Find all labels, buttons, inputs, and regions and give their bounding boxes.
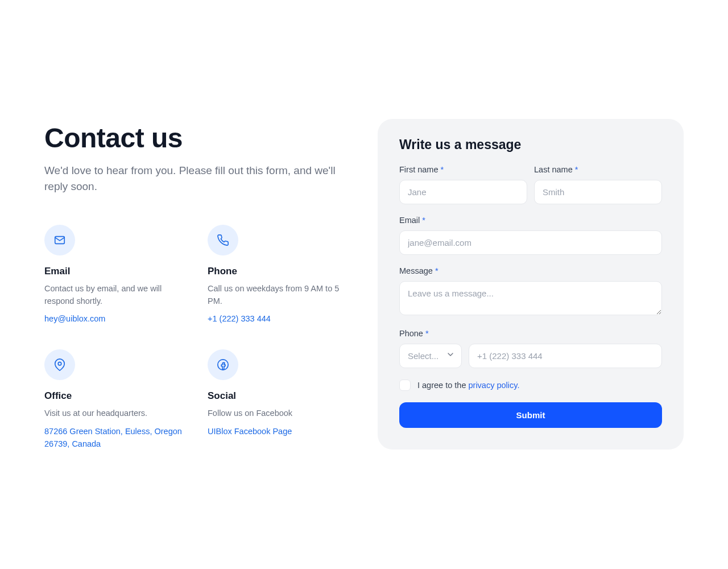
page-title: Contact us (44, 122, 350, 154)
country-code-select[interactable]: Select... (399, 344, 462, 368)
info-email-link[interactable]: hey@uiblox.com (44, 313, 187, 325)
info-office-title: Office (44, 390, 187, 402)
email-icon (44, 225, 75, 255)
info-phone-desc: Call us on weekdays from 9 AM to 5 PM. (208, 283, 350, 308)
info-social: Social Follow us on Facebook UIBlox Face… (208, 349, 350, 450)
info-social-link[interactable]: UIBlox Facebook Page (208, 426, 350, 438)
info-email-title: Email (44, 266, 187, 277)
info-office: Office Visit us at our headquarters. 872… (44, 349, 187, 450)
info-social-title: Social (208, 390, 350, 402)
phone-label: Phone * (399, 329, 662, 338)
info-email: Email Contact us by email, and we will r… (44, 225, 187, 325)
info-office-desc: Visit us at our headquarters. (44, 407, 187, 420)
first-name-input[interactable] (399, 180, 527, 204)
email-label: Email * (399, 216, 662, 225)
last-name-input[interactable] (534, 180, 662, 204)
map-pin-icon (44, 349, 75, 380)
submit-button[interactable]: Submit (399, 402, 662, 428)
info-office-link[interactable]: 87266 Green Station, Euless, Oregon 2673… (44, 426, 187, 451)
agree-label: I agree to the privacy policy. (417, 381, 519, 390)
email-input[interactable] (399, 230, 662, 255)
agree-checkbox[interactable] (399, 380, 411, 391)
last-name-label: Last name * (534, 165, 662, 174)
form-title: Write us a message (399, 137, 662, 152)
info-phone-title: Phone (208, 266, 350, 277)
phone-input[interactable] (469, 344, 662, 368)
info-email-desc: Contact us by email, and we will respond… (44, 283, 187, 308)
info-phone: Phone Call us on weekdays from 9 AM to 5… (208, 225, 350, 325)
facebook-icon (208, 349, 238, 380)
info-phone-link[interactable]: +1 (222) 333 444 (208, 313, 350, 325)
message-label: Message * (399, 266, 662, 275)
phone-icon (208, 225, 238, 255)
page-subtitle: We'd love to hear from you. Please fill … (44, 163, 350, 195)
contact-form-card: Write us a message First name * Last nam… (378, 119, 684, 450)
info-social-desc: Follow us on Facebook (208, 407, 350, 420)
message-textarea[interactable] (399, 281, 662, 315)
privacy-policy-link[interactable]: privacy policy. (468, 381, 519, 390)
svg-point-2 (218, 360, 228, 370)
first-name-label: First name * (399, 165, 527, 174)
svg-point-1 (58, 362, 61, 365)
